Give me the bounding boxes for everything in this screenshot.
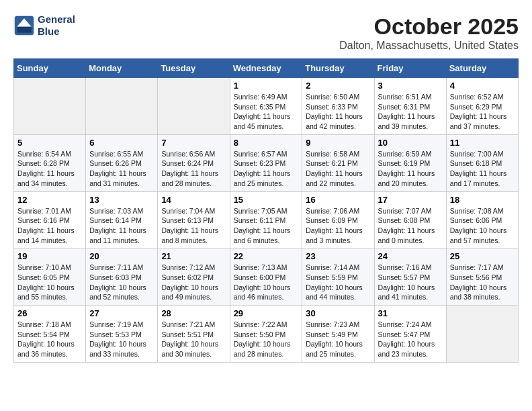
day-info: Sunrise: 7:12 AM Sunset: 6:02 PM Dayligh… xyxy=(161,263,226,302)
day-info: Sunrise: 6:57 AM Sunset: 6:23 PM Dayligh… xyxy=(234,149,299,189)
day-info: Sunrise: 6:56 AM Sunset: 6:24 PM Dayligh… xyxy=(161,149,226,189)
calendar-cell: 29Sunrise: 7:22 AM Sunset: 5:50 PM Dayli… xyxy=(230,306,302,363)
day-info: Sunrise: 7:06 AM Sunset: 6:09 PM Dayligh… xyxy=(306,206,370,246)
day-number: 3 xyxy=(378,81,443,91)
day-number: 27 xyxy=(89,308,154,318)
day-info: Sunrise: 6:49 AM Sunset: 6:35 PM Dayligh… xyxy=(234,92,299,132)
weekday-header-row: SundayMondayTuesdayWednesdayThursdayFrid… xyxy=(14,59,519,78)
day-number: 17 xyxy=(378,195,443,205)
title-area: October 2025 Dalton, Massachusetts, Unit… xyxy=(339,13,519,52)
day-number: 28 xyxy=(161,308,226,318)
week-row-1: 1Sunrise: 6:49 AM Sunset: 6:35 PM Daylig… xyxy=(14,78,519,135)
week-row-3: 12Sunrise: 7:01 AM Sunset: 6:16 PM Dayli… xyxy=(14,191,519,248)
calendar-cell: 17Sunrise: 7:07 AM Sunset: 6:08 PM Dayli… xyxy=(374,191,446,248)
day-number: 21 xyxy=(161,251,226,261)
day-info: Sunrise: 6:51 AM Sunset: 6:31 PM Dayligh… xyxy=(378,92,443,132)
month-title: October 2025 xyxy=(339,13,519,40)
day-info: Sunrise: 7:18 AM Sunset: 5:54 PM Dayligh… xyxy=(17,320,82,359)
logo-text: General Blue xyxy=(38,13,75,38)
day-number: 25 xyxy=(450,251,515,261)
day-number: 8 xyxy=(234,138,299,148)
calendar-cell: 25Sunrise: 7:17 AM Sunset: 5:56 PM Dayli… xyxy=(446,248,518,306)
calendar-cell xyxy=(14,78,86,135)
calendar-cell: 27Sunrise: 7:19 AM Sunset: 5:53 PM Dayli… xyxy=(86,306,158,363)
calendar-cell: 19Sunrise: 7:10 AM Sunset: 6:05 PM Dayli… xyxy=(14,248,86,306)
calendar-cell xyxy=(446,306,518,363)
location-title: Dalton, Massachusetts, United States xyxy=(339,40,519,52)
day-info: Sunrise: 7:11 AM Sunset: 6:03 PM Dayligh… xyxy=(89,263,154,302)
day-info: Sunrise: 7:05 AM Sunset: 6:11 PM Dayligh… xyxy=(234,206,299,246)
svg-rect-2 xyxy=(17,27,31,33)
day-number: 26 xyxy=(17,308,82,318)
calendar-cell: 8Sunrise: 6:57 AM Sunset: 6:23 PM Daylig… xyxy=(230,134,302,191)
logo-icon xyxy=(13,15,35,36)
calendar-cell: 1Sunrise: 6:49 AM Sunset: 6:35 PM Daylig… xyxy=(230,78,302,135)
calendar-cell: 4Sunrise: 6:52 AM Sunset: 6:29 PM Daylig… xyxy=(446,78,518,135)
day-number: 2 xyxy=(306,81,370,91)
day-number: 31 xyxy=(378,308,443,318)
day-number: 1 xyxy=(234,81,299,91)
calendar-cell: 9Sunrise: 6:58 AM Sunset: 6:21 PM Daylig… xyxy=(302,134,374,191)
calendar-cell: 21Sunrise: 7:12 AM Sunset: 6:02 PM Dayli… xyxy=(158,248,230,306)
calendar-cell: 12Sunrise: 7:01 AM Sunset: 6:16 PM Dayli… xyxy=(14,191,86,248)
day-number: 22 xyxy=(234,251,299,261)
day-number: 15 xyxy=(234,195,299,205)
day-number: 7 xyxy=(161,138,226,148)
day-info: Sunrise: 7:00 AM Sunset: 6:18 PM Dayligh… xyxy=(450,149,515,189)
day-info: Sunrise: 6:59 AM Sunset: 6:19 PM Dayligh… xyxy=(378,149,443,189)
week-row-5: 26Sunrise: 7:18 AM Sunset: 5:54 PM Dayli… xyxy=(14,306,519,363)
day-info: Sunrise: 7:04 AM Sunset: 6:13 PM Dayligh… xyxy=(161,206,226,246)
day-number: 30 xyxy=(306,308,370,318)
day-info: Sunrise: 6:58 AM Sunset: 6:21 PM Dayligh… xyxy=(306,149,370,189)
calendar-cell: 16Sunrise: 7:06 AM Sunset: 6:09 PM Dayli… xyxy=(302,191,374,248)
day-info: Sunrise: 7:03 AM Sunset: 6:14 PM Dayligh… xyxy=(89,206,154,246)
calendar-cell: 24Sunrise: 7:16 AM Sunset: 5:57 PM Dayli… xyxy=(374,248,446,306)
calendar-cell: 31Sunrise: 7:24 AM Sunset: 5:47 PM Dayli… xyxy=(374,306,446,363)
calendar-cell: 20Sunrise: 7:11 AM Sunset: 6:03 PM Dayli… xyxy=(86,248,158,306)
day-number: 10 xyxy=(378,138,443,148)
day-info: Sunrise: 6:52 AM Sunset: 6:29 PM Dayligh… xyxy=(450,92,515,132)
weekday-header-sunday: Sunday xyxy=(14,59,86,78)
day-number: 12 xyxy=(17,195,82,205)
calendar-cell: 11Sunrise: 7:00 AM Sunset: 6:18 PM Dayli… xyxy=(446,134,518,191)
day-number: 5 xyxy=(17,138,82,148)
day-info: Sunrise: 6:50 AM Sunset: 6:33 PM Dayligh… xyxy=(306,92,370,132)
day-info: Sunrise: 6:54 AM Sunset: 6:28 PM Dayligh… xyxy=(17,149,82,189)
day-number: 14 xyxy=(161,195,226,205)
day-number: 13 xyxy=(89,195,154,205)
day-info: Sunrise: 7:16 AM Sunset: 5:57 PM Dayligh… xyxy=(378,263,443,302)
day-number: 23 xyxy=(306,251,370,261)
calendar-cell: 22Sunrise: 7:13 AM Sunset: 6:00 PM Dayli… xyxy=(230,248,302,306)
day-number: 18 xyxy=(450,195,515,205)
calendar-cell: 5Sunrise: 6:54 AM Sunset: 6:28 PM Daylig… xyxy=(14,134,86,191)
week-row-4: 19Sunrise: 7:10 AM Sunset: 6:05 PM Dayli… xyxy=(14,248,519,306)
day-info: Sunrise: 7:07 AM Sunset: 6:08 PM Dayligh… xyxy=(378,206,443,246)
weekday-header-tuesday: Tuesday xyxy=(158,59,230,78)
day-number: 6 xyxy=(89,138,154,148)
day-info: Sunrise: 7:01 AM Sunset: 6:16 PM Dayligh… xyxy=(17,206,82,246)
calendar-cell: 6Sunrise: 6:55 AM Sunset: 6:26 PM Daylig… xyxy=(86,134,158,191)
calendar-cell xyxy=(86,78,158,135)
calendar-cell: 13Sunrise: 7:03 AM Sunset: 6:14 PM Dayli… xyxy=(86,191,158,248)
calendar-cell xyxy=(158,78,230,135)
calendar-table: SundayMondayTuesdayWednesdayThursdayFrid… xyxy=(13,58,519,363)
calendar-cell: 28Sunrise: 7:21 AM Sunset: 5:51 PM Dayli… xyxy=(158,306,230,363)
day-number: 11 xyxy=(450,138,515,148)
calendar-cell: 26Sunrise: 7:18 AM Sunset: 5:54 PM Dayli… xyxy=(14,306,86,363)
day-number: 24 xyxy=(378,251,443,261)
day-number: 19 xyxy=(17,251,82,261)
day-info: Sunrise: 7:21 AM Sunset: 5:51 PM Dayligh… xyxy=(161,320,226,359)
day-number: 4 xyxy=(450,81,515,91)
day-number: 9 xyxy=(306,138,370,148)
calendar-cell: 2Sunrise: 6:50 AM Sunset: 6:33 PM Daylig… xyxy=(302,78,374,135)
day-number: 16 xyxy=(306,195,370,205)
weekday-header-saturday: Saturday xyxy=(446,59,518,78)
calendar-cell: 10Sunrise: 6:59 AM Sunset: 6:19 PM Dayli… xyxy=(374,134,446,191)
day-info: Sunrise: 7:08 AM Sunset: 6:06 PM Dayligh… xyxy=(450,206,515,246)
logo-line2: Blue xyxy=(38,26,60,37)
day-info: Sunrise: 7:13 AM Sunset: 6:00 PM Dayligh… xyxy=(234,263,299,302)
day-info: Sunrise: 7:17 AM Sunset: 5:56 PM Dayligh… xyxy=(450,263,515,302)
calendar-cell: 23Sunrise: 7:14 AM Sunset: 5:59 PM Dayli… xyxy=(302,248,374,306)
day-info: Sunrise: 7:23 AM Sunset: 5:49 PM Dayligh… xyxy=(306,320,370,359)
logo: General Blue xyxy=(13,13,75,38)
